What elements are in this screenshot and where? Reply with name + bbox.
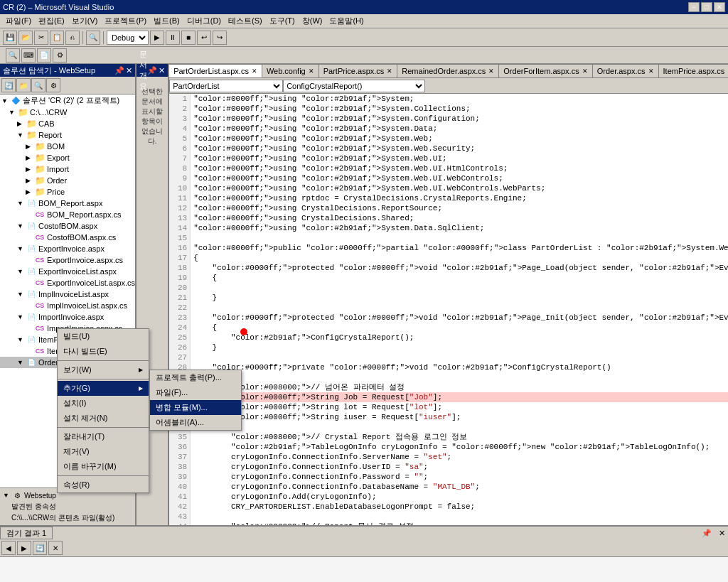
results-btn-1[interactable]: ◀ xyxy=(1,541,16,555)
tab-partprice[interactable]: PartPrice.aspx.cs ✕ xyxy=(319,64,398,77)
code-content-area[interactable]: 1234567891011121314151617181920212223242… xyxy=(169,94,728,525)
close-button[interactable]: ✕ xyxy=(714,2,725,12)
tab-remainedorder[interactable]: RemainedOrder.aspx.cs ✕ xyxy=(397,64,499,77)
submenu-assembly[interactable]: 어셈블리(A)... xyxy=(150,415,241,430)
toolbar2-btn-1[interactable]: 🔍 xyxy=(6,48,20,63)
tree-item-implinvoicelistcs[interactable]: CS ImplInvoiceList.aspx.cs xyxy=(0,300,135,311)
debug-mode-select[interactable]: Debug xyxy=(107,31,149,45)
tab-close-webconfig[interactable]: ✕ xyxy=(309,68,314,75)
toolbar-sep-1 xyxy=(82,31,83,44)
tree-item-order[interactable]: ▶ 📁 Order xyxy=(0,175,135,186)
tree-item-costofbomcs[interactable]: CS CostofBOM.aspx.cs xyxy=(0,232,135,243)
tree-item-props[interactable]: 발견된 종속성 xyxy=(3,501,132,512)
results-btn-4[interactable]: ✕ xyxy=(48,541,63,555)
tab-close-partorderlist[interactable]: ✕ xyxy=(252,68,257,75)
toolbar-btn-11[interactable]: ↪ xyxy=(213,31,227,45)
doc-panel-pin[interactable]: 📌 xyxy=(147,66,157,75)
solution-toolbar-btn-2[interactable]: 📁 xyxy=(16,78,31,92)
aspx-importinvoice-icon: 📄 xyxy=(26,312,37,322)
tab-itempricecs[interactable]: ItemPrice.aspx.cs ✕ xyxy=(659,64,728,77)
menu-help[interactable]: 도움말(H) xyxy=(326,15,366,27)
tree-item-importinvoice[interactable]: ▼ 📄 ImportInvoice.aspx xyxy=(0,311,135,323)
toolbar2-btn-3[interactable]: 📄 xyxy=(37,48,51,63)
bottom-tab-results[interactable]: 검기 결과 1 xyxy=(0,527,53,539)
toolbar-btn-3[interactable]: ✂ xyxy=(34,31,48,45)
tree-item-import[interactable]: ▶ 📁 Import xyxy=(0,163,135,175)
tree-item-price[interactable]: ▶ 📁 Price xyxy=(0,186,135,198)
toolbar-btn-4[interactable]: 📋 xyxy=(50,31,64,45)
tree-item-crw[interactable]: ▼ 📁 C:\...\CRW xyxy=(0,107,135,118)
maximize-button[interactable]: □ xyxy=(701,2,712,12)
context-uninstall[interactable]: 설치 제거(N) xyxy=(58,411,149,426)
doc-panel-close[interactable]: ✕ xyxy=(159,66,165,75)
tab-webconfig[interactable]: Web.config ✕ xyxy=(262,64,319,77)
toolbar-btn-7[interactable]: ▶ xyxy=(150,31,164,45)
toolbar2-btn-4[interactable]: ⚙ xyxy=(53,48,67,63)
method-selector[interactable]: ConfigCrystalReport() xyxy=(283,80,425,92)
tree-item-exportinvoicelistcs[interactable]: CS ExportInvoiceList.aspx.cs xyxy=(0,277,135,289)
tab-partorderlist[interactable]: PartOrderList.aspx.cs ✕ xyxy=(169,64,262,77)
results-btn-2[interactable]: ▶ xyxy=(17,541,31,555)
tab-close-orderaspxcs[interactable]: ✕ xyxy=(648,68,654,75)
context-rebuild[interactable]: 다시 빌드(E) xyxy=(58,344,149,359)
tree-item-exportinvoicecs[interactable]: CS ExportInvoice.aspx.cs xyxy=(0,254,135,266)
tree-item-cab[interactable]: ▶ 📁 CAB xyxy=(0,118,135,129)
tab-close-partprice[interactable]: ✕ xyxy=(387,68,392,75)
solution-toolbar-btn-4[interactable]: ⚙ xyxy=(46,78,60,92)
solution-toolbar-btn-1[interactable]: 🔄 xyxy=(1,78,16,92)
toolbar-btn-1[interactable]: 💾 xyxy=(3,31,17,45)
tab-orderforitem[interactable]: OrderForItem.aspx.cs ✕ xyxy=(499,64,592,77)
toolbar2-btn-2[interactable]: ⌨ xyxy=(21,48,36,63)
tab-orderaspxcs[interactable]: Order.aspx.cs ✕ xyxy=(593,64,659,77)
panel-close-icon[interactable]: ✕ xyxy=(126,66,132,75)
tree-item-costofbom[interactable]: ▼ 📄 CostofBOM.aspx xyxy=(0,220,135,232)
solution-toolbar-btn-3[interactable]: 🔍 xyxy=(31,78,46,92)
toolbar-btn-2[interactable]: 📂 xyxy=(18,31,33,45)
toolbar-btn-8[interactable]: ⏸ xyxy=(166,31,180,45)
context-view[interactable]: 보기(W) ▶ xyxy=(58,362,149,377)
bottom-panel-pin[interactable]: 📌 xyxy=(699,529,714,538)
context-add[interactable]: 추가(G) ▶ xyxy=(58,381,149,396)
context-build[interactable]: 빌드(U) xyxy=(58,329,149,344)
toolbar-btn-6[interactable]: 🔍 xyxy=(86,31,100,45)
tree-item-exportinvoice[interactable]: ▼ 📄 ExportInvoice.aspx xyxy=(0,243,135,254)
bottom-panel-close[interactable]: ✕ xyxy=(716,529,728,538)
tree-item-bomreport[interactable]: ▼ 📄 BOM_Report.aspx xyxy=(0,198,135,209)
tab-close-orderforitem[interactable]: ✕ xyxy=(582,68,588,75)
results-btn-3[interactable]: 🔄 xyxy=(33,541,47,555)
context-remove[interactable]: 제거(V) xyxy=(58,444,149,459)
menu-build[interactable]: 빌드(B) xyxy=(151,15,183,27)
panel-pin-icon[interactable]: 📌 xyxy=(114,66,124,75)
submenu: 프로젝트 출력(P)... 파일(F)... 병합 모듈(M)... 어셈블리(… xyxy=(149,370,242,431)
tree-item-bomreportcs[interactable]: CS BOM_Report.aspx.cs xyxy=(0,209,135,220)
submenu-file[interactable]: 파일(F)... xyxy=(150,385,241,400)
menu-debug[interactable]: 디버그(D) xyxy=(184,15,224,27)
menu-tools[interactable]: 도구(T) xyxy=(267,15,298,27)
tree-item-report[interactable]: ▼ 📁 Report xyxy=(0,129,135,141)
toolbar-btn-9[interactable]: ■ xyxy=(181,31,196,45)
menu-project[interactable]: 프로젝트(P) xyxy=(102,15,149,27)
class-selector[interactable]: PartOrderList xyxy=(169,80,283,92)
minimize-button[interactable]: – xyxy=(688,2,700,12)
context-install[interactable]: 설치(I) xyxy=(58,396,149,411)
context-properties[interactable]: 속성(R) xyxy=(58,478,149,492)
menu-file[interactable]: 파일(F) xyxy=(3,15,34,27)
tab-close-remainedorder[interactable]: ✕ xyxy=(488,68,494,75)
menu-edit[interactable]: 편집(E) xyxy=(36,15,68,27)
tree-item-exportinvoicelist[interactable]: ▼ 📄 ExportInvoiceList.aspx xyxy=(0,266,135,277)
submenu-merge-module[interactable]: 병합 모듈(M)... xyxy=(150,400,241,415)
toolbar-btn-10[interactable]: ↩ xyxy=(197,31,211,45)
tree-label-content: C:\\...\\CRW의 콘텐츠 파일(활성) xyxy=(11,513,114,523)
menu-test[interactable]: 테스트(S) xyxy=(225,15,265,27)
tree-solution-root[interactable]: ▼ 🔷 솔루션 'CR (2)' (2 프로젝트) xyxy=(0,95,135,107)
toolbar-btn-5[interactable]: ⎌ xyxy=(65,31,80,45)
submenu-project-output[interactable]: 프로젝트 출력(P)... xyxy=(150,370,241,385)
context-cut[interactable]: 잘라내기(T) xyxy=(58,429,149,444)
menu-view[interactable]: 보기(V) xyxy=(69,15,101,27)
context-rename[interactable]: 이름 바꾸기(M) xyxy=(58,459,149,474)
tree-item-implinvoicelist[interactable]: ▼ 📄 ImplInvoiceList.aspx xyxy=(0,289,135,300)
tree-item-bom[interactable]: ▶ 📁 BOM xyxy=(0,141,135,152)
tree-item-content[interactable]: C:\\...\\CRW의 콘텐츠 파일(활성) xyxy=(3,512,132,524)
tree-item-export[interactable]: ▶ 📁 Export xyxy=(0,152,135,163)
menu-window[interactable]: 창(W) xyxy=(299,15,326,27)
